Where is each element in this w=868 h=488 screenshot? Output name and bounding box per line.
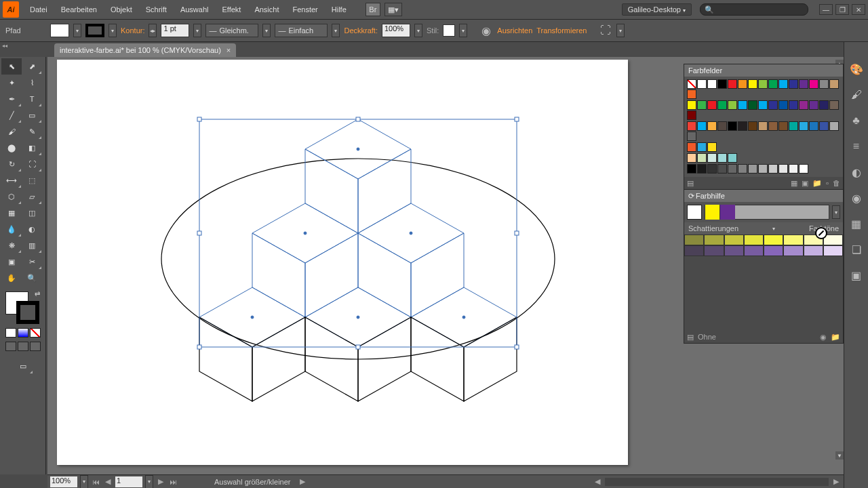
stroke-weight-dropdown[interactable]: ▾ (193, 24, 201, 37)
draw-normal-button[interactable] (5, 342, 16, 351)
swatch[interactable] (819, 79, 829, 89)
swatch[interactable] (707, 100, 717, 110)
swatch[interactable] (799, 79, 808, 89)
tint-cell[interactable] (704, 245, 724, 256)
fill-stroke-indicator[interactable]: ⇄ (1, 289, 44, 327)
swatch[interactable] (728, 100, 737, 110)
swatch-grid[interactable] (687, 79, 840, 174)
tint-cell[interactable] (724, 235, 744, 245)
screen-mode-button[interactable]: ▭ (13, 358, 33, 374)
swatch[interactable] (789, 121, 798, 131)
menu-objekt[interactable]: Objekt (104, 3, 139, 16)
swatch[interactable] (697, 153, 707, 163)
swatch[interactable] (687, 79, 696, 89)
swatch[interactable] (778, 79, 788, 89)
swatch[interactable] (778, 164, 788, 174)
blend-tool[interactable]: ◐ (22, 221, 42, 237)
line-tool[interactable]: ╱ (1, 107, 22, 123)
save-group-icon[interactable]: 📁 (831, 333, 840, 342)
rectangle-tool[interactable]: ▭ (22, 107, 42, 123)
maximize-button[interactable]: ❐ (835, 4, 849, 15)
swatch[interactable] (738, 121, 747, 131)
first-artboard-button[interactable]: ⏮ (91, 477, 100, 487)
tint-cell[interactable] (684, 235, 704, 245)
new-group-icon[interactable]: 📁 (812, 179, 822, 188)
swatch[interactable] (728, 153, 737, 163)
tint-cell[interactable] (764, 245, 783, 256)
swatch[interactable] (717, 153, 727, 163)
tint-cell[interactable] (704, 235, 724, 245)
swatch[interactable] (707, 164, 717, 174)
swatch[interactable] (819, 100, 829, 110)
colorguide-base-swatch[interactable] (687, 205, 702, 220)
arrange-docs-button[interactable]: ▦▾ (384, 3, 402, 16)
graphic-style-dropdown[interactable]: ▾ (459, 24, 467, 37)
swatch[interactable] (809, 79, 818, 89)
close-button[interactable]: ✕ (852, 4, 865, 15)
gradient-tool[interactable]: ◫ (22, 205, 42, 221)
vscroll-down[interactable]: ▼ (835, 451, 844, 460)
menu-ansicht[interactable]: Ansicht (248, 3, 285, 16)
draw-inside-button[interactable] (30, 342, 41, 351)
brush-dropdown[interactable]: ▾ (262, 24, 271, 37)
color-panel-icon[interactable]: 🎨 (848, 61, 865, 77)
swatch[interactable] (728, 121, 737, 131)
tint-cell[interactable] (764, 235, 783, 245)
last-artboard-button[interactable]: ⏭ (168, 477, 178, 487)
swatch[interactable] (799, 121, 808, 131)
colorguide-harmony-dropdown[interactable]: ▾ (832, 205, 840, 219)
isolate-icon[interactable]: ⛶ (599, 24, 612, 37)
hscroll-left[interactable]: ◀ (593, 477, 602, 487)
scale-tool[interactable]: ⛶ (22, 156, 42, 172)
tint-cell[interactable] (744, 235, 764, 245)
swatch[interactable] (819, 121, 829, 131)
stroke-dropdown[interactable]: ▾ (108, 24, 117, 37)
fill-swatch[interactable] (50, 24, 69, 37)
swatch[interactable] (758, 100, 768, 110)
colorguide-mode-dropdown[interactable]: ▾ (772, 226, 775, 232)
swatch[interactable] (768, 164, 778, 174)
minimize-button[interactable]: — (819, 4, 833, 15)
appearance-panel-icon[interactable]: ◉ (848, 190, 865, 206)
tint-cell[interactable] (744, 245, 764, 256)
swatch[interactable] (707, 142, 717, 152)
swatch[interactable] (697, 100, 707, 110)
hand-tool[interactable]: ✋ (1, 270, 22, 286)
fill-dropdown[interactable]: ▾ (73, 24, 81, 37)
swatch[interactable] (748, 164, 757, 174)
swatch[interactable] (738, 100, 747, 110)
swatch[interactable] (758, 79, 768, 89)
eyedropper-tool[interactable]: 💧 (1, 221, 22, 237)
menu-hilfe[interactable]: Hilfe (325, 3, 353, 16)
swatch[interactable] (799, 164, 808, 174)
swatch[interactable] (768, 100, 778, 110)
style-combo[interactable]: — Einfach (275, 24, 328, 37)
zoom-input[interactable]: 100% (50, 476, 77, 487)
isolate-dropdown[interactable]: ▾ (616, 24, 625, 37)
swatch[interactable] (697, 121, 707, 131)
artboard-dropdown[interactable]: ▾ (145, 475, 153, 489)
swatch[interactable] (717, 100, 727, 110)
swatch[interactable] (748, 121, 757, 131)
pen-tool[interactable]: ✒ (1, 91, 22, 107)
document-tab-close[interactable]: × (226, 46, 231, 54)
tint-cell[interactable] (783, 245, 803, 256)
swatches-panel-header[interactable]: Farbfelder (684, 64, 843, 77)
document-tab[interactable]: interaktive-farbe.ai* bei 100 % (CMYK/Vo… (54, 43, 236, 57)
symbols-panel-icon[interactable]: ♣ (848, 113, 865, 129)
opacity-input[interactable]: 100% (382, 24, 410, 37)
swatch[interactable] (687, 153, 696, 163)
swatch[interactable] (707, 79, 717, 89)
swatch[interactable] (768, 121, 778, 131)
new-swatch-icon[interactable]: ▫ (826, 179, 829, 187)
swatch[interactable] (707, 121, 717, 131)
swatch[interactable] (728, 164, 737, 174)
swatch[interactable] (687, 131, 696, 141)
swatch[interactable] (697, 142, 707, 152)
swatch[interactable] (697, 79, 707, 89)
transparency-panel-icon[interactable]: ◐ (848, 164, 865, 180)
type-tool[interactable]: T (22, 91, 42, 107)
mesh-tool[interactable]: ▦ (1, 205, 22, 221)
next-artboard-button[interactable]: ▶ (156, 477, 165, 487)
statusbar-menu[interactable]: ▶ (298, 477, 307, 487)
